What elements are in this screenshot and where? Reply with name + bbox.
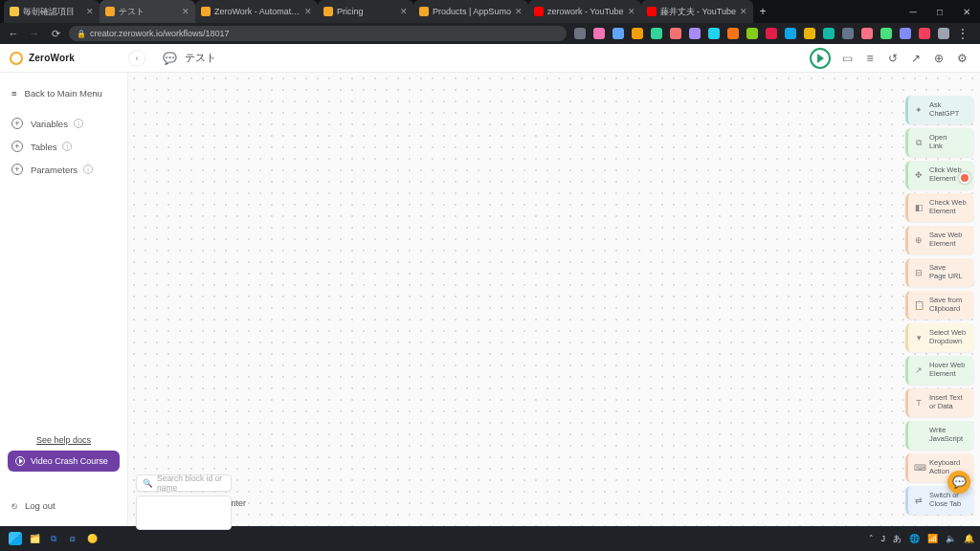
close-tab-button[interactable]: ✕ (400, 7, 408, 16)
action-label: Select WebDropdown (929, 329, 966, 345)
sidebar-item-tables[interactable]: + Tables i (0, 135, 127, 158)
extension-icon[interactable] (593, 28, 605, 39)
action-icon: 📋 (914, 300, 924, 310)
start-button[interactable] (6, 529, 25, 548)
extension-icon[interactable] (574, 28, 586, 39)
help-docs-link[interactable]: See help docs (0, 435, 127, 445)
share-icon[interactable]: ↗ (909, 52, 923, 65)
tray-chevron-icon[interactable]: ˄ (869, 534, 874, 543)
extension-icon[interactable] (689, 28, 701, 39)
notifications-icon[interactable]: 🔔 (964, 534, 974, 543)
extension-icon[interactable] (612, 28, 624, 39)
browser-tab[interactable]: 毎朝確認項目 ✕ (4, 0, 100, 23)
browser-tab[interactable]: 藤井丈夫 - YouTube ✕ (641, 0, 753, 23)
notes-icon[interactable]: ▭ (840, 52, 854, 65)
extension-icon[interactable] (880, 28, 892, 39)
workflow-canvas[interactable]: 🔍 Search block id or name + − 🔒 ↓ → cent… (128, 73, 980, 526)
browser-tab-strip: 毎朝確認項目 ✕ テスト ✕ ZeroWork - Automate repet… (0, 0, 980, 23)
chrome-menu-button[interactable]: ⋮ (957, 27, 969, 40)
extension-icon[interactable] (632, 28, 643, 39)
taskbar-vscode-icon[interactable]: ⧉ (44, 529, 63, 548)
extension-icon[interactable] (670, 28, 681, 39)
favicon (419, 7, 429, 16)
palette-action-insert-text-or-data[interactable]: T Insert Textor Data (905, 388, 974, 417)
extension-icon[interactable] (651, 28, 662, 39)
browser-tab[interactable]: Products | AppSumo ✕ (413, 0, 528, 23)
extension-icon[interactable] (823, 28, 835, 39)
ime-mode-indicator[interactable]: あ (893, 533, 902, 545)
list-icon[interactable]: ≡ (863, 52, 877, 65)
window-controls: ─ □ ✕ (900, 0, 980, 23)
wifi-icon[interactable]: 📶 (927, 534, 938, 543)
favicon (105, 7, 115, 16)
back-button[interactable]: ← (6, 28, 21, 39)
zoom-icon[interactable]: ⊕ (932, 52, 946, 65)
forward-button[interactable]: → (27, 28, 42, 39)
extension-icon[interactable] (804, 28, 815, 39)
sidebar-item-label: Parameters (31, 165, 78, 175)
extension-icon[interactable] (766, 28, 777, 39)
palette-action-write-javascript[interactable]: WriteJavaScript (905, 421, 974, 450)
palette-action-ask-chatgpt[interactable]: ✦ AskChatGPT (905, 96, 974, 124)
close-window-button[interactable]: ✕ (953, 7, 980, 17)
palette-action-save-page-url[interactable]: ⊟ SavePage URL (905, 258, 974, 287)
palette-action-save-from-clipboard[interactable]: 📋 Save fromClipboard (905, 291, 974, 320)
video-crash-course-button[interactable]: Video Crash Course (8, 451, 120, 472)
favicon (534, 7, 544, 16)
close-tab-button[interactable]: ✕ (304, 7, 312, 16)
settings-icon[interactable]: ⚙ (955, 52, 969, 65)
brand[interactable]: ZeroWork (0, 52, 128, 65)
browser-tab[interactable]: テスト ✕ (100, 0, 195, 23)
action-label: Check WebElement (929, 199, 967, 215)
canvas-search-input[interactable]: 🔍 Search block id or name (136, 474, 232, 492)
play-icon (817, 54, 824, 63)
extension-icon[interactable] (900, 28, 911, 39)
volume-icon[interactable]: 🔈 (946, 534, 956, 543)
extension-icon[interactable] (842, 28, 854, 39)
close-tab-button[interactable]: ✕ (182, 7, 189, 16)
close-tab-button[interactable]: ✕ (628, 7, 635, 16)
back-to-main-menu[interactable]: ≡ Back to Main Menu (0, 82, 127, 104)
run-button[interactable] (810, 48, 831, 69)
extension-icon[interactable] (919, 28, 930, 39)
support-chat-button[interactable]: 💬 (947, 471, 970, 494)
tab-title: 藤井丈夫 - YouTube (660, 6, 736, 18)
extension-icon[interactable] (861, 28, 873, 39)
taskbar-powershell-icon[interactable]: ⧈ (63, 529, 82, 548)
close-tab-button[interactable]: ✕ (740, 7, 747, 16)
taskbar-chrome-icon[interactable]: 🟡 (82, 529, 101, 548)
extension-icon[interactable] (727, 28, 739, 39)
palette-action-save-web-element[interactable]: ⊕ Save WebElement (905, 226, 974, 254)
palette-action-check-web-element[interactable]: ◧ Check WebElement (905, 193, 974, 222)
extension-icon[interactable] (938, 28, 949, 39)
palette-action-open-link[interactable]: ⧉ OpenLink (905, 128, 974, 157)
header-actions: ▭ ≡ ↺ ↗ ⊕ ⚙ (810, 48, 980, 69)
maximize-button[interactable]: □ (926, 7, 953, 17)
sidebar-item-variables[interactable]: + Variables i (0, 112, 127, 135)
ime-lang-indicator[interactable]: J (881, 534, 886, 543)
extension-icon[interactable] (746, 28, 758, 39)
browser-tab[interactable]: ZeroWork - Automate repetiti… ✕ (195, 0, 318, 23)
address-bar[interactable]: 🔒 creator.zerowork.io/workflows/18017 (69, 26, 567, 41)
palette-action-click-web-element[interactable]: ✥ Click WebElement (905, 161, 974, 189)
browser-tab[interactable]: Pricing ✕ (318, 0, 413, 23)
plus-icon: + (11, 164, 23, 175)
browser-tab[interactable]: zerowork - YouTube ✕ (528, 0, 641, 23)
search-icon: 🔍 (143, 478, 153, 488)
taskbar-explorer-icon[interactable]: 🗂️ (25, 529, 44, 548)
logout-link[interactable]: ⎋ Log out (0, 495, 127, 517)
collapse-sidebar-button[interactable]: ‹ (128, 50, 145, 67)
extension-icon[interactable] (708, 28, 720, 39)
reload-button[interactable]: ⟳ (48, 28, 63, 40)
history-icon[interactable]: ↺ (886, 52, 900, 65)
extension-icon[interactable] (785, 28, 796, 39)
close-tab-button[interactable]: ✕ (515, 7, 523, 16)
new-tab-button[interactable]: + (753, 0, 772, 23)
palette-action-select-web-dropdown[interactable]: ▾ Select WebDropdown (905, 323, 974, 352)
network-icon[interactable]: 🌐 (909, 534, 920, 543)
canvas-minimap[interactable] (136, 496, 232, 530)
close-tab-button[interactable]: ✕ (86, 7, 94, 16)
sidebar-item-parameters[interactable]: + Parameters i (0, 158, 127, 181)
palette-action-hover-web-element[interactable]: ↗ Hover WebElement (905, 356, 974, 385)
minimize-button[interactable]: ─ (900, 7, 926, 17)
